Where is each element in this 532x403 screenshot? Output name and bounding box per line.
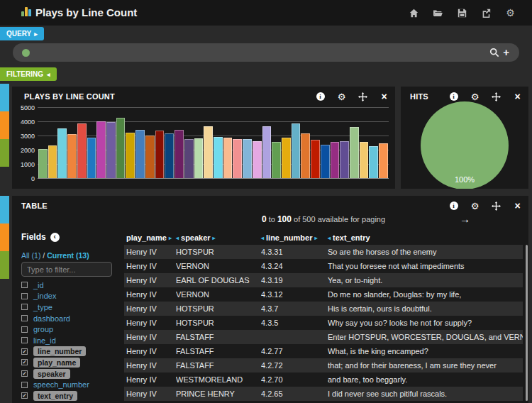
fields-collapse-icon[interactable]: ‹ (50, 233, 60, 242)
field-checkbox-play_name[interactable]: ✓ (21, 359, 28, 365)
query-input[interactable] (30, 48, 489, 57)
add-query-icon[interactable]: + (503, 48, 509, 57)
column-label-play_name[interactable]: play_name (126, 233, 167, 242)
gear-icon[interactable]: ⚙ (470, 202, 480, 211)
bar-play-31[interactable] (331, 142, 340, 178)
field-label-speaker[interactable]: speaker (33, 369, 70, 379)
bar-play-2[interactable] (48, 145, 57, 178)
bar-play-8[interactable] (106, 122, 116, 178)
info-icon[interactable]: i (316, 92, 325, 101)
bar-play-19[interactable] (214, 137, 223, 178)
open-folder-icon[interactable] (433, 9, 443, 18)
field-checkbox-line_id[interactable] (21, 337, 28, 343)
next-page-arrow-icon[interactable]: → (460, 213, 470, 225)
table-scrollbar[interactable] (526, 245, 528, 401)
field-label-speech_number[interactable]: speech_number (33, 380, 89, 389)
table-row[interactable]: Henry IVHOTSPUR4.3.31So are the horses o… (124, 245, 523, 259)
bar-play-18[interactable] (204, 126, 213, 178)
move-icon[interactable] (358, 92, 367, 101)
field-checkbox-speaker[interactable]: ✓ (21, 370, 28, 377)
save-icon[interactable] (458, 9, 467, 18)
table-row[interactable]: Henry IVHOTSPUR4.3.7His is certain, ours… (124, 302, 523, 316)
table-row[interactable]: Henry IVHOTSPUR4.3.5Why say you so? look… (124, 316, 523, 330)
field-label-_id[interactable]: _id (33, 281, 44, 289)
table-row[interactable]: Henry IVFALSTAFF4.2.72that; and for thei… (124, 358, 523, 372)
bar-play-7[interactable] (96, 121, 106, 178)
home-icon[interactable] (409, 9, 419, 18)
move-column-left-icon-text_entry[interactable]: ◂ (328, 235, 331, 241)
query-tab[interactable]: QUERY ▸ (0, 27, 44, 40)
bar-play-17[interactable] (194, 138, 204, 178)
bar-play-15[interactable] (174, 130, 184, 178)
move-column-right-icon-play_name[interactable]: ▸ (169, 235, 172, 241)
column-label-line_number[interactable]: line_number (266, 233, 312, 242)
field-label-line_id[interactable]: line_id (33, 336, 56, 345)
table-row[interactable]: Henry IVEARL OF DOUGLAS4.3.19Yea, or to-… (124, 273, 523, 287)
bar-play-9[interactable] (116, 118, 126, 178)
bar-play-13[interactable] (155, 131, 165, 178)
gear-icon[interactable]: ⚙ (470, 92, 480, 101)
field-label-_type[interactable]: _type (33, 303, 52, 311)
field-label-_index[interactable]: _index (33, 292, 56, 300)
bar-play-34[interactable] (360, 142, 369, 178)
row2-add-panel-tab[interactable] (0, 251, 9, 279)
bar-play-10[interactable] (126, 133, 135, 178)
bar-play-32[interactable] (340, 141, 349, 178)
bar-play-29[interactable] (311, 140, 320, 178)
table-row[interactable]: Henry IVVERNON4.3.24That you foresee not… (124, 259, 523, 273)
move-column-right-icon-line_number[interactable]: ▸ (314, 235, 317, 241)
bar-play-22[interactable] (243, 139, 252, 178)
bar-play-3[interactable] (57, 128, 67, 178)
table-row[interactable]: Henry IVFALSTAFF4.2.77What, is the king … (124, 344, 523, 358)
fields-current-link[interactable]: Current (13) (47, 251, 89, 260)
row1-configure-tab[interactable] (0, 111, 9, 139)
bar-play-11[interactable] (135, 130, 145, 178)
bar-play-35[interactable] (369, 146, 378, 178)
bar-play-25[interactable] (272, 142, 281, 178)
share-icon[interactable] (482, 9, 491, 18)
row2-collapse-tab[interactable] (0, 196, 9, 223)
fields-all-link[interactable]: All (1) (21, 251, 40, 260)
field-checkbox-speech_number[interactable] (21, 382, 28, 388)
column-label-speaker[interactable]: speaker (181, 233, 211, 242)
move-column-right-icon-speaker[interactable]: ▸ (213, 235, 216, 241)
field-label-text_entry[interactable]: text_entry (33, 391, 77, 401)
bar-play-23[interactable] (253, 141, 262, 178)
column-label-text_entry[interactable]: text_entry (333, 233, 370, 242)
bar-play-14[interactable] (165, 133, 174, 178)
field-checkbox-line_number[interactable]: ✓ (21, 348, 28, 355)
field-checkbox-text_entry[interactable]: ✓ (21, 392, 28, 399)
row1-add-panel-tab[interactable] (0, 139, 9, 167)
bar-play-24[interactable] (262, 126, 272, 178)
bar-play-12[interactable] (145, 136, 155, 178)
bar-play-28[interactable] (301, 133, 310, 178)
fields-filter-input[interactable] (21, 262, 112, 277)
field-label-dashboard[interactable]: dashboard (33, 314, 70, 323)
info-icon[interactable]: i (450, 202, 458, 210)
field-label-group[interactable]: group (33, 325, 53, 333)
move-column-left-icon-speaker[interactable]: ◂ (176, 235, 179, 241)
bar-play-21[interactable] (233, 139, 242, 178)
bar-play-27[interactable] (292, 123, 301, 178)
field-label-line_number[interactable]: line_number (33, 346, 86, 356)
close-icon[interactable]: × (379, 92, 389, 101)
move-icon[interactable] (492, 202, 501, 211)
field-checkbox-group[interactable] (21, 326, 28, 333)
bar-play-1[interactable] (38, 149, 48, 178)
table-row[interactable]: Henry IVPRINCE HENRY4.2.65I did never se… (124, 387, 523, 401)
field-checkbox-_index[interactable] (21, 293, 28, 299)
table-row[interactable]: Henry IVVERNON4.3.12Do me no slander, Do… (124, 287, 523, 302)
row1-collapse-tab[interactable] (0, 84, 9, 111)
field-label-play_name[interactable]: play_name (33, 358, 80, 368)
search-icon[interactable] (489, 48, 499, 57)
row2-configure-tab[interactable] (0, 223, 9, 251)
close-icon[interactable]: × (513, 92, 522, 101)
move-column-left-icon-line_number[interactable]: ◂ (261, 235, 264, 241)
filtering-tab[interactable]: FILTERING ◂ (0, 67, 57, 81)
bar-play-16[interactable] (184, 139, 194, 178)
query-pin-dot-icon[interactable] (22, 49, 30, 57)
table-row[interactable]: Henry IVFALSTAFFEnter HOTSPUR, WORCESTER… (124, 330, 523, 344)
settings-gear-icon[interactable]: ⚙ (506, 9, 515, 18)
bar-play-6[interactable] (87, 138, 96, 178)
move-icon[interactable] (492, 92, 501, 101)
